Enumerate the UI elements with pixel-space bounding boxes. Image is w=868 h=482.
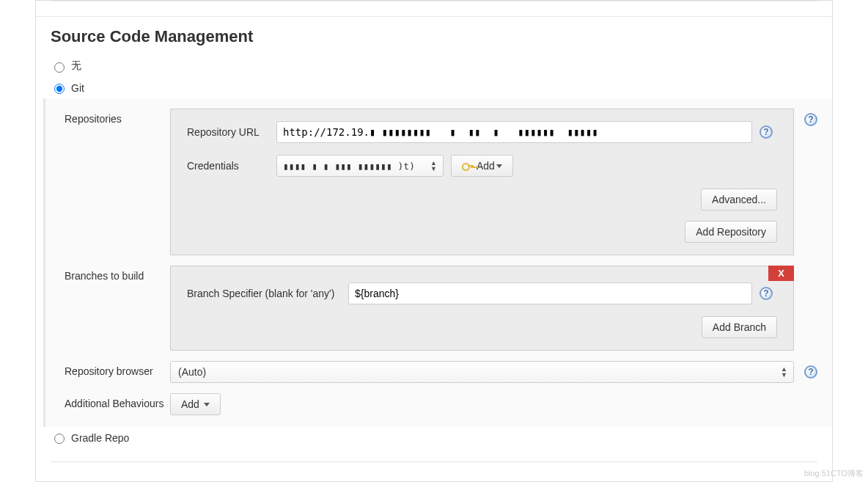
scm-option-none[interactable]: 无 [36, 55, 832, 77]
add-credentials-button[interactable]: Add [451, 155, 513, 177]
radio-gradle-label: Gradle Repo [71, 432, 129, 444]
behaviours-label: Additional Behaviours [45, 393, 170, 414]
add-cred-label: Add [477, 160, 495, 172]
job-config-page: Source Code Management 无 Git Repositorie… [35, 0, 833, 482]
section-header-scm: Source Code Management [36, 16, 832, 55]
credentials-value: ▮▮▮▮ ▮ ▮ ▮▮▮ ▮▮▮▮▮▮ )t) [283, 161, 415, 172]
help-icon[interactable]: ? [760, 125, 773, 139]
add-behaviour-button[interactable]: Add [170, 393, 221, 415]
chevron-down-icon [204, 403, 210, 406]
branches-label: Branches to build [45, 266, 170, 286]
help-icon[interactable]: ? [760, 287, 773, 300]
add-branch-button[interactable]: Add Branch [702, 316, 777, 338]
scm-option-gradle[interactable]: Gradle Repo [36, 427, 832, 448]
repo-browser-value: (Auto) [178, 366, 206, 378]
add-repository-button[interactable]: Add Repository [685, 221, 777, 243]
branch-specifier-label: Branch Specifier (blank for 'any') [187, 288, 341, 299]
chevron-down-icon [496, 164, 502, 168]
help-icon[interactable]: ? [804, 365, 817, 379]
git-config-panel: Repositories Repository URL ? Credential… [43, 98, 832, 427]
watermark: blog.51CTO博客 [804, 468, 864, 479]
repo-browser-label: Repository browser [45, 361, 170, 381]
radio-none-label: 无 [71, 59, 81, 73]
help-icon[interactable]: ? [804, 113, 817, 126]
credentials-select[interactable]: ▮▮▮▮ ▮ ▮ ▮▮▮ ▮▮▮▮▮▮ )t) ▲▼ [276, 155, 444, 177]
radio-git-label: Git [71, 82, 84, 94]
advanced-button[interactable]: Advanced... [701, 189, 777, 211]
select-arrows-icon: ▲▼ [781, 366, 787, 378]
remove-branch-button[interactable]: X [768, 266, 794, 281]
branch-specifier-input[interactable] [348, 282, 752, 304]
repo-browser-select[interactable]: (Auto) ▲▼ [170, 361, 794, 383]
repositories-label: Repositories [45, 109, 170, 129]
repository-panel: Repository URL ? Credentials ▮▮▮▮ ▮ ▮ ▮▮… [170, 109, 794, 255]
repo-url-label: Repository URL [187, 126, 269, 138]
radio-git[interactable] [54, 84, 65, 94]
radio-none[interactable] [54, 62, 65, 73]
credentials-label: Credentials [187, 160, 269, 172]
radio-gradle[interactable] [54, 434, 65, 444]
branch-panel: X Branch Specifier (blank for 'any') ? A… [170, 266, 794, 351]
repo-url-input[interactable] [276, 121, 752, 143]
key-icon [462, 162, 472, 169]
select-arrows-icon: ▲▼ [430, 160, 437, 172]
scm-option-git[interactable]: Git [36, 77, 832, 98]
